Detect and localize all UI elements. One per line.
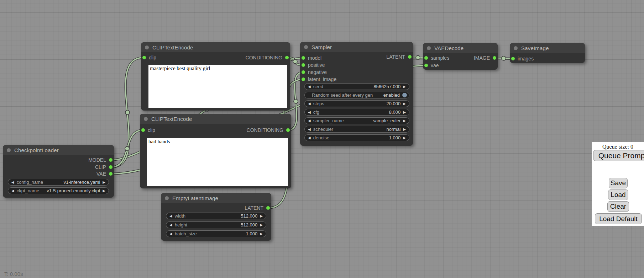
input-slot-dot[interactable] [511, 57, 515, 60]
slot-label: CLIP [95, 164, 106, 170]
decrement-arrow-icon[interactable]: ◀ [308, 111, 311, 114]
node-empty-latent-image[interactable]: EmptyLatentImage LATENT ◀ width 512.000 … [161, 193, 271, 241]
increment-arrow-icon[interactable]: ▶ [403, 128, 406, 131]
increment-arrow-icon[interactable]: ▶ [260, 223, 263, 227]
clear-button[interactable]: Clear [607, 201, 629, 212]
input-slot-dot[interactable] [424, 64, 428, 67]
slot-label: vae [431, 63, 439, 68]
decrement-arrow-icon[interactable]: ◀ [308, 119, 311, 123]
increment-arrow-icon[interactable]: ▶ [260, 232, 263, 236]
node-title-bar[interactable]: Sampler [300, 42, 413, 52]
widget-denoise[interactable]: ◀ denoise 1.000 ▶ [304, 134, 409, 141]
input-slot-vae: vae [424, 62, 439, 69]
node-title: EmptyLatentImage [172, 195, 218, 201]
input-slot-dot[interactable] [302, 63, 305, 67]
queue-panel: Queue size: 0 Queue Prompt Save Load Cle… [592, 142, 644, 226]
graph-canvas[interactable]: CLIPTextEncode clip CONDITIONING masterp… [0, 0, 644, 278]
increment-arrow-icon[interactable]: ▶ [403, 119, 406, 123]
load-button[interactable]: Load [608, 189, 628, 200]
output-slot-dot[interactable] [109, 158, 112, 162]
input-slot-dot[interactable] [141, 128, 145, 132]
output-slot-dot[interactable] [408, 55, 412, 59]
output-slot-dot[interactable] [109, 165, 112, 169]
collapse-dot[interactable] [304, 45, 308, 49]
widget-ckpt-name[interactable]: ◀ ckpt_name v1-5-pruned-emaonly.ckpt ▶ [8, 187, 109, 194]
widget-batch-size[interactable]: ◀ batch_size 1.000 ▶ [166, 230, 266, 237]
widget-value: v1-5-pruned-emaonly.ckpt [47, 188, 100, 193]
widget-value: 20.000 [387, 101, 401, 106]
slot-label: clip [149, 55, 156, 60]
widget-config-name[interactable]: ◀ config_name v1-inference.yaml ▶ [8, 179, 109, 186]
widget-label: scheduler [313, 127, 333, 132]
decrement-arrow-icon[interactable]: ◀ [11, 189, 14, 193]
node-title-bar[interactable]: EmptyLatentImage [161, 193, 271, 203]
decrement-arrow-icon[interactable]: ◀ [308, 102, 311, 106]
node-title-bar[interactable]: VAEDecode [423, 43, 498, 53]
increment-arrow-icon[interactable]: ▶ [403, 111, 406, 114]
collapse-dot[interactable] [165, 196, 169, 200]
collapse-dot[interactable] [144, 117, 148, 121]
decrement-arrow-icon[interactable]: ◀ [308, 128, 311, 131]
output-slot-dot[interactable] [285, 56, 289, 59]
node-clip-text-encode-positive[interactable]: CLIPTextEncode clip CONDITIONING masterp… [141, 42, 290, 111]
node-save-image[interactable]: SaveImage images [510, 43, 585, 63]
output-slot-dot[interactable] [109, 172, 112, 176]
slot-label: LATENT [245, 205, 263, 211]
output-slot-dot[interactable] [266, 206, 270, 210]
node-sampler[interactable]: Sampler model positive negative latent_i… [300, 42, 413, 146]
decrement-arrow-icon[interactable]: ◀ [169, 232, 172, 236]
increment-arrow-icon[interactable]: ▶ [103, 189, 105, 193]
node-vae-decode[interactable]: VAEDecode samples vae IMAGE [423, 43, 498, 70]
widget-width[interactable]: ◀ width 512.000 ▶ [166, 213, 266, 219]
collapse-dot[interactable] [427, 46, 431, 50]
node-title: CLIPTextEncode [152, 44, 193, 50]
decrement-arrow-icon[interactable]: ◀ [11, 181, 14, 184]
node-clip-text-encode-negative[interactable]: CLIPTextEncode clip CONDITIONING bad han… [140, 114, 291, 188]
collapse-dot[interactable] [7, 148, 11, 152]
link-midpoint-dot [293, 59, 297, 64]
save-button[interactable]: Save [609, 178, 628, 188]
decrement-arrow-icon[interactable]: ◀ [169, 223, 172, 227]
widget-sampler-name[interactable]: ◀ sampler_name sample_euler ▶ [304, 117, 409, 124]
load-default-button[interactable]: Load Default [595, 213, 642, 224]
input-slot-dot[interactable] [302, 70, 305, 74]
widget-random-seed-toggle[interactable]: Random seed after every gen enabled [304, 92, 409, 98]
prompt-textarea-positive[interactable]: masterpiece best quality girl [148, 65, 287, 108]
collapse-dot[interactable] [145, 46, 149, 49]
node-title-bar[interactable]: CLIPTextEncode [140, 114, 291, 124]
increment-arrow-icon[interactable]: ▶ [103, 181, 105, 184]
input-slot-dot[interactable] [302, 77, 305, 81]
increment-arrow-icon[interactable]: ▶ [260, 214, 263, 218]
decrement-arrow-icon[interactable]: ◀ [308, 85, 311, 89]
increment-arrow-icon[interactable]: ▶ [403, 136, 406, 140]
node-checkpoint-loader[interactable]: CheckpointLoader MODEL CLIP VAE ◀ config… [3, 145, 114, 198]
output-slot-vae: VAE [96, 170, 112, 177]
node-title: Sampler [311, 44, 332, 50]
widget-seed[interactable]: ◀ seed 8566257.000 ▶ [304, 83, 409, 90]
node-title-bar[interactable]: CLIPTextEncode [141, 42, 290, 52]
prompt-textarea-negative[interactable]: bad hands [147, 138, 288, 186]
node-title-bar[interactable]: CheckpointLoader [3, 145, 114, 155]
widget-height[interactable]: ◀ height 512.000 ▶ [166, 221, 266, 228]
widget-scheduler[interactable]: ◀ scheduler normal ▶ [304, 126, 409, 133]
increment-arrow-icon[interactable]: ▶ [403, 85, 406, 89]
widget-cfg[interactable]: ◀ cfg 8.000 ▶ [304, 109, 409, 116]
widget-label: seed [313, 84, 323, 89]
toggle-dot[interactable] [402, 93, 407, 97]
output-slot-dot[interactable] [493, 56, 496, 60]
widget-steps[interactable]: ◀ steps 20.000 ▶ [304, 100, 409, 107]
queue-prompt-button[interactable]: Queue Prompt [593, 150, 644, 161]
slot-label: IMAGE [474, 55, 490, 61]
output-slot-dot[interactable] [286, 128, 290, 132]
link-midpoint-dot [125, 146, 129, 151]
widget-value: sample_euler [373, 118, 400, 123]
node-title-bar[interactable]: SaveImage [510, 43, 585, 53]
input-slot-dot[interactable] [302, 56, 305, 60]
input-slot-dot[interactable] [424, 56, 428, 60]
collapse-dot[interactable] [514, 46, 518, 50]
input-slot-dot[interactable] [142, 56, 146, 59]
decrement-arrow-icon[interactable]: ◀ [169, 214, 172, 218]
widget-value: v1-inference.yaml [64, 180, 100, 185]
decrement-arrow-icon[interactable]: ◀ [308, 136, 311, 140]
increment-arrow-icon[interactable]: ▶ [403, 102, 406, 106]
